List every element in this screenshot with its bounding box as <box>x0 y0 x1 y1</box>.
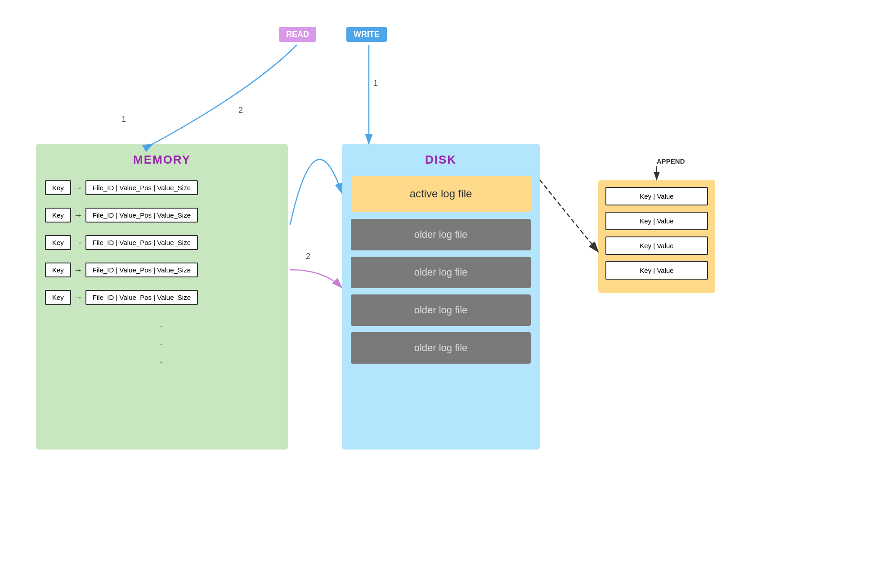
arrow-right-icon: → <box>74 183 83 193</box>
arrow-right-icon: → <box>74 292 83 303</box>
value-box: File_ID | Value_Pos | Value_Size <box>85 235 198 250</box>
diagram-container: READ WRITE MEMORY Key → File_ID | Value_… <box>0 0 887 588</box>
kv-row-4: Key | Value <box>605 261 708 280</box>
value-box: File_ID | Value_Pos | Value_Size <box>85 290 198 305</box>
value-box: File_ID | Value_Pos | Value_Size <box>85 180 198 195</box>
key-label: Key <box>45 235 71 250</box>
key-label: Key <box>45 208 71 223</box>
arrow-number-2-read: 2 <box>238 106 243 115</box>
memory-row: Key → File_ID | Value_Pos | Value_Size <box>45 180 279 195</box>
memory-row: Key → File_ID | Value_Pos | Value_Size <box>45 263 279 277</box>
value-box: File_ID | Value_Pos | Value_Size <box>85 208 198 223</box>
append-panel: Key | Value Key | Value Key | Value Key … <box>598 180 715 293</box>
arrow-right-icon: → <box>74 265 83 275</box>
arrow-right-icon: → <box>74 237 83 248</box>
memory-row: Key → File_ID | Value_Pos | Value_Size <box>45 208 279 223</box>
arrow-number-2-purple: 2 <box>306 252 310 261</box>
active-to-append-dashed-arrow <box>540 180 598 252</box>
older-log-file-3: older log file <box>351 294 531 326</box>
key-label: Key <box>45 180 71 195</box>
active-log-file: active log file <box>351 176 531 212</box>
kv-row-1: Key | Value <box>605 187 708 205</box>
memory-to-older-log-arrow <box>290 270 342 288</box>
kv-row-2: Key | Value <box>605 212 708 230</box>
value-box: File_ID | Value_Pos | Value_Size <box>85 263 198 277</box>
key-label: Key <box>45 263 71 277</box>
arrow-right-icon: → <box>74 210 83 220</box>
disk-title: DISK <box>351 153 531 167</box>
read-to-memory-arrow <box>153 45 297 144</box>
memory-row: Key → File_ID | Value_Pos | Value_Size <box>45 235 279 250</box>
key-label: Key <box>45 290 71 305</box>
older-log-file-2: older log file <box>351 257 531 288</box>
memory-box: MEMORY Key → File_ID | Value_Pos | Value… <box>36 144 288 450</box>
memory-to-disk-read-arrow <box>290 160 342 225</box>
older-log-file-1: older log file <box>351 219 531 250</box>
append-label: APPEND <box>657 157 685 165</box>
older-log-file-4: older log file <box>351 332 531 364</box>
dots-ellipsis: ··· <box>45 317 279 371</box>
memory-title: MEMORY <box>45 153 279 167</box>
write-badge: WRITE <box>346 27 387 42</box>
memory-row: Key → File_ID | Value_Pos | Value_Size <box>45 290 279 305</box>
disk-box: DISK active log file older log file olde… <box>342 144 540 450</box>
arrow-number-1-read: 1 <box>121 115 126 124</box>
arrow-number-1-write: 1 <box>373 79 378 88</box>
read-badge: READ <box>279 27 316 42</box>
kv-row-3: Key | Value <box>605 236 708 255</box>
